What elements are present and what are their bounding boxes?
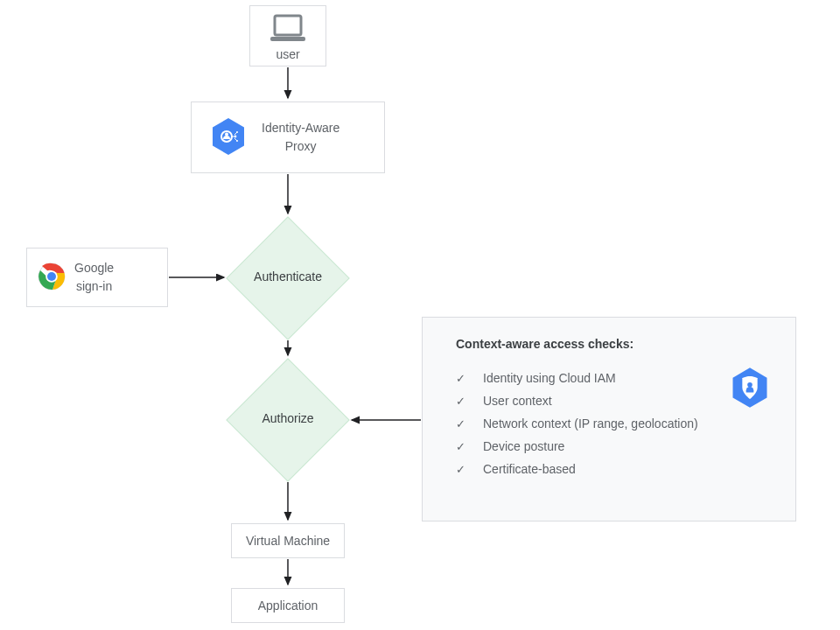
check-icon: ✓ <box>456 372 466 385</box>
check-icon: ✓ <box>456 395 466 408</box>
context-checklist: ✓Identity using Cloud IAM ✓User context … <box>449 367 698 480</box>
laptop-icon <box>269 14 307 44</box>
checklist-item: ✓Device posture <box>456 435 698 458</box>
checklist-item-text: User context <box>483 394 552 408</box>
node-iap-label: Identity-Aware Proxy <box>262 119 340 156</box>
panel-context-aware-checks: Context-aware access checks: ✓Identity u… <box>422 317 796 522</box>
node-signin-label: Google sign-in <box>74 259 114 296</box>
iap-hex-icon <box>207 116 249 160</box>
chrome-icon <box>38 262 66 293</box>
check-icon: ✓ <box>456 463 466 476</box>
arrows-layer <box>0 0 840 630</box>
check-icon: ✓ <box>456 440 466 453</box>
checklist-item-text: Identity using Cloud IAM <box>483 371 616 385</box>
svg-rect-0 <box>275 16 301 35</box>
checklist-item: ✓User context <box>456 389 698 412</box>
node-app-label: Application <box>258 598 318 612</box>
node-virtual-machine: Virtual Machine <box>231 523 345 558</box>
context-heading: Context-aware access checks: <box>449 337 634 351</box>
node-identity-aware-proxy: Identity-Aware Proxy <box>191 102 385 173</box>
node-user-label: user <box>276 47 299 61</box>
node-google-signin: Google sign-in <box>26 248 168 307</box>
security-hex-icon <box>727 365 773 410</box>
svg-rect-1 <box>270 37 305 41</box>
node-authenticate-label: Authenticate <box>235 270 340 284</box>
svg-point-12 <box>747 382 752 388</box>
node-authorize-label: Authorize <box>235 411 340 425</box>
node-vm-label: Virtual Machine <box>246 534 330 548</box>
checklist-item-text: Network context (IP range, geolocation) <box>483 416 698 430</box>
checklist-item-text: Device posture <box>483 439 564 453</box>
checklist-item: ✓Network context (IP range, geolocation) <box>456 412 698 435</box>
node-user: user <box>249 5 326 66</box>
checklist-item-text: Certificate-based <box>483 462 576 476</box>
svg-point-10 <box>47 272 56 281</box>
checklist-item: ✓Identity using Cloud IAM <box>456 367 698 389</box>
svg-point-4 <box>225 132 228 136</box>
check-icon: ✓ <box>456 417 466 430</box>
checklist-item: ✓Certificate-based <box>456 458 698 480</box>
node-application: Application <box>231 588 345 623</box>
